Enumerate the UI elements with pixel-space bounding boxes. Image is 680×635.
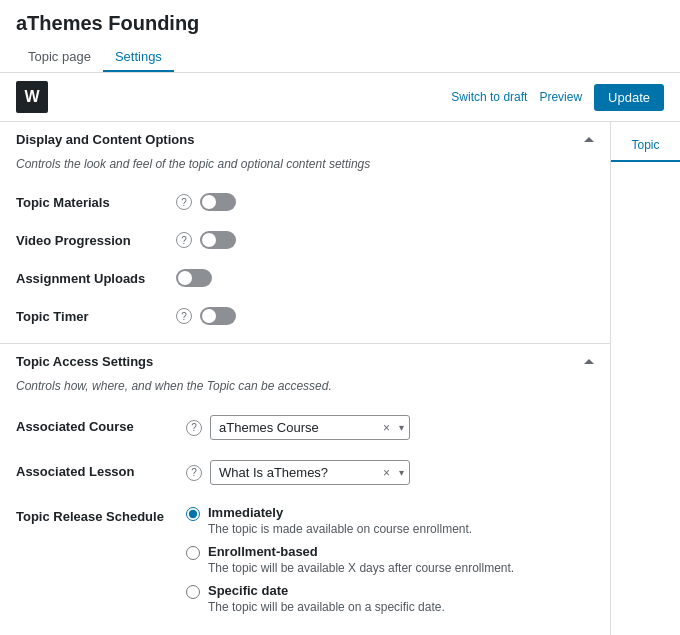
- access-section-header[interactable]: Topic Access Settings: [0, 344, 610, 379]
- associated-lesson-help-icon[interactable]: ?: [186, 465, 202, 481]
- video-progression-toggle-thumb: [202, 233, 216, 247]
- access-section-chevron: [584, 359, 594, 364]
- radio-specific-date-label: Specific date: [208, 583, 445, 598]
- associated-course-help-icon[interactable]: ?: [186, 420, 202, 436]
- tab-settings[interactable]: Settings: [103, 43, 174, 72]
- access-section-subtitle: Controls how, where, and when the Topic …: [0, 379, 610, 401]
- video-progression-label: Video Progression: [16, 233, 176, 248]
- radio-specific-date-content: Specific date The topic will be availabl…: [208, 583, 445, 614]
- topic-timer-label: Topic Timer: [16, 309, 176, 324]
- topic-timer-toggle-thumb: [202, 309, 216, 323]
- display-settings-body: Topic Materials ? Video Progres: [0, 179, 610, 343]
- update-button[interactable]: Update: [594, 84, 664, 111]
- release-schedule-row: Topic Release Schedule Immediately The t…: [16, 495, 594, 624]
- associated-course-select-wrapper: aThemes Course × ▾: [210, 415, 410, 440]
- tab-topic-page[interactable]: Topic page: [16, 43, 103, 72]
- video-progression-row: Video Progression ?: [16, 221, 610, 259]
- radio-immediately-desc: The topic is made available on course en…: [208, 522, 472, 536]
- topic-timer-row: Topic Timer ?: [16, 297, 610, 335]
- radio-specific-date-input[interactable]: [186, 585, 200, 599]
- associated-lesson-label: Associated Lesson: [16, 460, 186, 479]
- radio-immediately: Immediately The topic is made available …: [186, 505, 514, 536]
- radio-immediately-content: Immediately The topic is made available …: [208, 505, 472, 536]
- display-section-chevron: [584, 137, 594, 142]
- display-section-title: Display and Content Options: [16, 132, 194, 147]
- access-section: Topic Access Settings Controls how, wher…: [0, 344, 610, 635]
- topic-materials-label: Topic Materials: [16, 195, 176, 210]
- assignment-uploads-row: Assignment Uploads: [16, 259, 610, 297]
- radio-immediately-label: Immediately: [208, 505, 472, 520]
- radio-specific-date-desc: The topic will be available on a specifi…: [208, 600, 445, 614]
- topic-materials-toggle[interactable]: [200, 193, 236, 211]
- topic-timer-help-icon[interactable]: ?: [176, 308, 192, 324]
- associated-course-arrow-icon: ▾: [399, 422, 404, 433]
- main-layout: Display and Content Options Controls the…: [0, 122, 680, 635]
- radio-enrollment-label: Enrollment-based: [208, 544, 514, 559]
- video-progression-toggle-track: [200, 231, 236, 249]
- page-header: aThemes Founding Topic page Settings: [0, 0, 680, 73]
- video-progression-help-icon[interactable]: ?: [176, 232, 192, 248]
- access-settings-body: Associated Course ? aThemes Course × ▾: [0, 401, 610, 635]
- assignment-uploads-toggle-track: [176, 269, 212, 287]
- associated-course-clear-icon[interactable]: ×: [383, 421, 390, 435]
- associated-course-row: Associated Course ? aThemes Course × ▾: [16, 405, 594, 450]
- display-section-header[interactable]: Display and Content Options: [0, 122, 610, 157]
- release-schedule-options: Immediately The topic is made available …: [186, 505, 514, 614]
- access-section-title: Topic Access Settings: [16, 354, 153, 369]
- display-section-subtitle: Controls the look and feel of the topic …: [0, 157, 610, 179]
- assignment-uploads-controls: [176, 269, 212, 287]
- preview-button[interactable]: Preview: [539, 90, 582, 104]
- associated-lesson-arrow-icon: ▾: [399, 467, 404, 478]
- topic-timer-toggle[interactable]: [200, 307, 236, 325]
- assignment-uploads-toggle-thumb: [178, 271, 192, 285]
- video-progression-toggle[interactable]: [200, 231, 236, 249]
- topic-materials-help-icon[interactable]: ?: [176, 194, 192, 210]
- associated-lesson-select[interactable]: What Is aThemes?: [210, 460, 410, 485]
- topic-timer-toggle-track: [200, 307, 236, 325]
- toolbar-left: W: [16, 81, 48, 113]
- right-panel: Topic: [610, 122, 680, 635]
- associated-course-select[interactable]: aThemes Course: [210, 415, 410, 440]
- associated-lesson-select-wrapper: What Is aThemes? × ▾: [210, 460, 410, 485]
- radio-enrollment-desc: The topic will be available X days after…: [208, 561, 514, 575]
- assignment-uploads-toggle[interactable]: [176, 269, 212, 287]
- radio-specific-date: Specific date The topic will be availabl…: [186, 583, 514, 614]
- toolbar-right: Switch to draft Preview Update: [451, 84, 664, 111]
- associated-course-label: Associated Course: [16, 415, 186, 434]
- associated-lesson-clear-icon[interactable]: ×: [383, 466, 390, 480]
- content-area: Display and Content Options Controls the…: [0, 122, 610, 635]
- display-section: Display and Content Options Controls the…: [0, 122, 610, 344]
- right-panel-topic[interactable]: Topic: [611, 130, 680, 162]
- topic-materials-controls: ?: [176, 193, 236, 211]
- switch-to-draft-button[interactable]: Switch to draft: [451, 90, 527, 104]
- wp-logo: W: [16, 81, 48, 113]
- toolbar: W Switch to draft Preview Update: [0, 73, 680, 122]
- topic-materials-toggle-thumb: [202, 195, 216, 209]
- assignment-uploads-label: Assignment Uploads: [16, 271, 176, 286]
- radio-immediately-input[interactable]: [186, 507, 200, 521]
- associated-lesson-row: Associated Lesson ? What Is aThemes? × ▾: [16, 450, 594, 495]
- radio-enrollment-content: Enrollment-based The topic will be avail…: [208, 544, 514, 575]
- topic-materials-row: Topic Materials ?: [16, 183, 610, 221]
- associated-course-control: ? aThemes Course × ▾: [186, 415, 594, 440]
- radio-enrollment-input[interactable]: [186, 546, 200, 560]
- video-progression-controls: ?: [176, 231, 236, 249]
- associated-lesson-control: ? What Is aThemes? × ▾: [186, 460, 594, 485]
- topic-timer-controls: ?: [176, 307, 236, 325]
- topic-materials-toggle-track: [200, 193, 236, 211]
- radio-enrollment: Enrollment-based The topic will be avail…: [186, 544, 514, 575]
- page-title: aThemes Founding: [16, 12, 664, 35]
- release-schedule-label: Topic Release Schedule: [16, 505, 186, 524]
- tabs: Topic page Settings: [16, 43, 664, 72]
